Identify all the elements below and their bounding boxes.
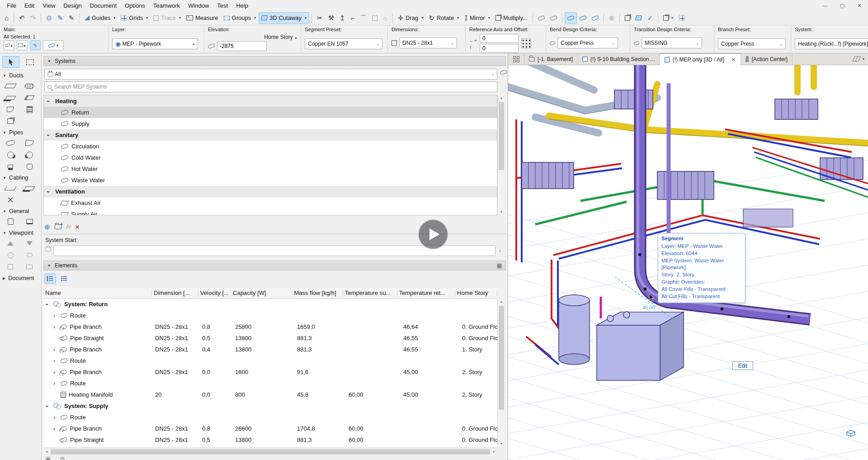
- expand-icon[interactable]: [53, 426, 58, 432]
- branch-preset-combo[interactable]: Copper Press⌄: [718, 38, 786, 49]
- search-input[interactable]: [54, 84, 494, 90]
- collapse-icon[interactable]: ▼: [47, 264, 51, 268]
- zoom-to-selection-button[interactable]: ⊙: [43, 12, 55, 24]
- resize-button[interactable]: [369, 12, 380, 24]
- multiply-button[interactable]: Multiply...: [493, 12, 530, 24]
- adjust-button[interactable]: ⚒: [326, 12, 337, 24]
- table-row-route[interactable]: Route: [43, 355, 497, 366]
- pipe-rotate-button[interactable]: [535, 12, 547, 24]
- menu-design[interactable]: Design: [59, 1, 85, 10]
- table-row-pipe-branch[interactable]: Pipe Branch DN25 - 28x10,8266001704,860,…: [43, 423, 497, 434]
- pipe-draw-mode-button[interactable]: ▸: [17, 40, 28, 50]
- column-header-dimension[interactable]: Dimension [...: [152, 289, 198, 296]
- toolbox-section-cabling[interactable]: ▼Cabling: [0, 172, 41, 182]
- duct-takeoff-tool[interactable]: [20, 92, 39, 104]
- duct-branch-tool[interactable]: [1, 92, 20, 104]
- maximize-icon[interactable]: ▢: [834, 0, 851, 11]
- table-row-pipe-straight[interactable]: Pipe Straight DN25 - 28x10,513800881,360…: [43, 434, 497, 446]
- chevron-down-icon[interactable]: [46, 403, 51, 409]
- toolbox-section-ducts[interactable]: ▼Ducts: [0, 70, 41, 80]
- expand-icon[interactable]: [53, 415, 58, 420]
- expand-icon[interactable]: [53, 370, 58, 375]
- intersect-button[interactable]: ⌐: [348, 12, 358, 24]
- menu-document[interactable]: Document: [86, 1, 121, 10]
- table-row-pipe-branch[interactable]: Pipe Branch DN25 - 28x10,0160091,645,002…: [43, 366, 497, 378]
- table-scrollbar[interactable]: ▲ ▼: [497, 299, 505, 447]
- menu-edit[interactable]: Edit: [20, 1, 38, 10]
- anchor-position-grid[interactable]: [521, 38, 531, 48]
- video-play-overlay[interactable]: [418, 219, 448, 250]
- pipe-route-mode-button[interactable]: ▸: [4, 40, 14, 50]
- pipe-rotate-angle-button[interactable]: [547, 12, 560, 24]
- undo-button[interactable]: ↶: [16, 12, 28, 24]
- tab-basement[interactable]: [-1. Basement]: [524, 53, 578, 65]
- 3d-scene[interactable]: Segment Layer: MEP - Waste Water Elevati…: [508, 65, 868, 460]
- tree-item-waste-water[interactable]: Waste Water: [44, 175, 497, 186]
- pick-up-parameters-icon[interactable]: ✎: [55, 12, 66, 24]
- reference-offset-y-input[interactable]: [480, 44, 519, 53]
- check-collisions-button[interactable]: ✓: [644, 12, 656, 24]
- tree-group-ventilation[interactable]: Ventilation: [44, 186, 497, 197]
- menu-test[interactable]: Test: [213, 1, 232, 10]
- toolbox-section-viewpoint[interactable]: ▼Viewpoint: [0, 228, 41, 237]
- collapse-icon[interactable]: ▼: [47, 59, 51, 63]
- close-icon[interactable]: ✕: [851, 0, 868, 11]
- chevron-down-icon[interactable]: [47, 99, 52, 104]
- column-header-capacity[interactable]: Capacity [W]: [231, 289, 292, 296]
- cable-tray-branch-tool[interactable]: [20, 182, 39, 194]
- system-combo[interactable]: Heating (Rückl...f) [Pipework]⌄: [795, 38, 868, 49]
- duct-straight-tool[interactable]: [1, 80, 20, 92]
- delete-button[interactable]: ×: [75, 223, 79, 230]
- pipe-elevation-button[interactable]: [589, 12, 601, 24]
- tree-group-heating[interactable]: Heating: [44, 95, 497, 107]
- reference-offset-x-input[interactable]: [480, 34, 519, 43]
- chevron-down-icon[interactable]: [47, 189, 52, 194]
- viewpoint-orbit-tool[interactable]: [20, 249, 39, 261]
- chevron-down-icon[interactable]: [47, 133, 52, 138]
- transition-criteria-combo[interactable]: MISSING⌄: [642, 38, 702, 48]
- table-options-icon[interactable]: ▦: [497, 262, 502, 269]
- tree-item-cold-water[interactable]: Cold Water: [44, 152, 497, 163]
- viewpoint-camera-tool[interactable]: [1, 249, 20, 261]
- pipe-bend-tool[interactable]: [20, 137, 39, 149]
- pipe-edit-button[interactable]: [565, 12, 577, 24]
- equipment-tool[interactable]: [1, 216, 20, 228]
- column-header-name[interactable]: Name: [43, 289, 152, 296]
- tree-item-circulation[interactable]: Circulation: [44, 141, 497, 152]
- menu-help[interactable]: Help: [232, 1, 252, 10]
- horizontal-scrollbar[interactable]: ◄ ►: [43, 448, 497, 455]
- guides-button[interactable]: Guides▾: [82, 12, 118, 24]
- edit-button[interactable]: Edit: [732, 361, 753, 370]
- tree-item-return[interactable]: Return: [44, 107, 497, 118]
- viewpoint-elevation-tool[interactable]: [20, 237, 39, 249]
- mirror-button[interactable]: ⁒Mirror▾: [462, 12, 493, 24]
- tab-bar-options[interactable]: ▾: [850, 53, 868, 65]
- scroll-right-icon[interactable]: ►: [491, 448, 497, 455]
- viewpoint-detail-tool[interactable]: [1, 261, 20, 273]
- scroll-down-icon[interactable]: ▼: [498, 209, 505, 215]
- axonometry-icon[interactable]: [846, 430, 855, 437]
- duct-flexible-tool[interactable]: [20, 80, 39, 92]
- toolbox-section-pipes[interactable]: ▼Pipes: [0, 127, 41, 137]
- elements-panel-header[interactable]: ▼ Elements ▦: [43, 261, 506, 270]
- connect-button[interactable]: [633, 12, 644, 24]
- tab-action-center[interactable]: [Action Center]: [741, 53, 793, 65]
- drag-button[interactable]: ✛Drag▾: [395, 12, 426, 24]
- column-header-temp-return[interactable]: Temperature ret...: [397, 289, 455, 296]
- marquee-tool-button[interactable]: [21, 56, 38, 68]
- inject-parameters-icon[interactable]: ✎: [66, 12, 77, 24]
- table-row-heating-manifold[interactable]: Heating Manifold 200,080045,860,0045,002…: [43, 389, 497, 400]
- system-start-expand-icon[interactable]: [499, 248, 504, 253]
- tree-scrollbar[interactable]: ▲ ▼: [497, 95, 505, 215]
- fixture-tool[interactable]: [20, 216, 39, 228]
- expand-icon[interactable]: [53, 313, 58, 318]
- systems-options-icon[interactable]: [500, 70, 507, 75]
- menu-teamwork[interactable]: Teamwork: [149, 1, 184, 10]
- chevron-down-icon[interactable]: [46, 302, 51, 307]
- add-system-button[interactable]: ⊕: [44, 223, 50, 230]
- tab-mep-3d[interactable]: (!) MEP only [3D / All]✕: [660, 53, 741, 65]
- add-insulation-button[interactable]: ⊕: [606, 12, 618, 24]
- pipe-flange-tool[interactable]: [1, 161, 20, 172]
- fillet-button[interactable]: ⌒: [357, 12, 369, 24]
- quad-view-button[interactable]: [508, 53, 524, 65]
